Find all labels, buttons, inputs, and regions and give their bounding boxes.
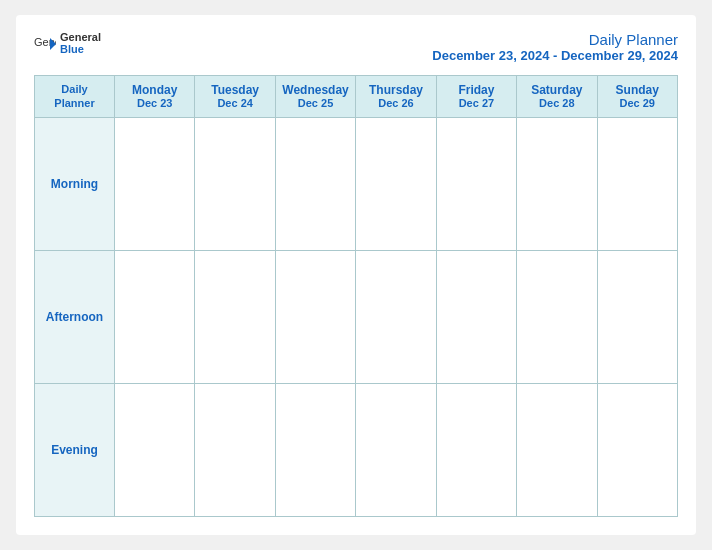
- col-header-friday: Friday Dec 27: [436, 76, 516, 118]
- col-header-saturday: Saturday Dec 28: [517, 76, 597, 118]
- col-header-wednesday: Wednesday Dec 25: [275, 76, 355, 118]
- cell-morning-friday[interactable]: [436, 117, 516, 250]
- cell-evening-sunday[interactable]: [597, 383, 677, 516]
- title-block: Daily Planner December 23, 2024 - Decemb…: [432, 31, 678, 63]
- planner-title: Daily Planner: [432, 31, 678, 48]
- row-afternoon: Afternoon: [35, 250, 678, 383]
- col-header-sunday: Sunday Dec 29: [597, 76, 677, 118]
- cell-evening-thursday[interactable]: [356, 383, 436, 516]
- header: General General Blue Daily Planner Decem…: [34, 31, 678, 63]
- cell-morning-saturday[interactable]: [517, 117, 597, 250]
- cell-afternoon-monday[interactable]: [115, 250, 195, 383]
- cell-afternoon-friday[interactable]: [436, 250, 516, 383]
- date-range: December 23, 2024 - December 29, 2024: [432, 48, 678, 63]
- cell-evening-friday[interactable]: [436, 383, 516, 516]
- cell-afternoon-wednesday[interactable]: [275, 250, 355, 383]
- cell-morning-monday[interactable]: [115, 117, 195, 250]
- logo-icon: General: [34, 34, 56, 52]
- cell-evening-wednesday[interactable]: [275, 383, 355, 516]
- col-header-thursday: Thursday Dec 26: [356, 76, 436, 118]
- cell-afternoon-thursday[interactable]: [356, 250, 436, 383]
- page-container: General General Blue Daily Planner Decem…: [16, 15, 696, 535]
- cell-morning-wednesday[interactable]: [275, 117, 355, 250]
- cell-morning-tuesday[interactable]: [195, 117, 275, 250]
- row-label-afternoon: Afternoon: [35, 250, 115, 383]
- row-morning: Morning: [35, 117, 678, 250]
- label-header: Daily Planner: [35, 76, 115, 118]
- row-label-morning: Morning: [35, 117, 115, 250]
- col-header-monday: Monday Dec 23: [115, 76, 195, 118]
- logo: General General Blue: [34, 31, 101, 55]
- cell-morning-thursday[interactable]: [356, 117, 436, 250]
- planner-table: Daily Planner Monday Dec 23 Tuesday Dec …: [34, 75, 678, 517]
- cell-evening-saturday[interactable]: [517, 383, 597, 516]
- cell-afternoon-sunday[interactable]: [597, 250, 677, 383]
- row-label-evening: Evening: [35, 383, 115, 516]
- col-header-tuesday: Tuesday Dec 24: [195, 76, 275, 118]
- cell-evening-monday[interactable]: [115, 383, 195, 516]
- row-evening: Evening: [35, 383, 678, 516]
- cell-evening-tuesday[interactable]: [195, 383, 275, 516]
- cell-morning-sunday[interactable]: [597, 117, 677, 250]
- cell-afternoon-tuesday[interactable]: [195, 250, 275, 383]
- cell-afternoon-saturday[interactable]: [517, 250, 597, 383]
